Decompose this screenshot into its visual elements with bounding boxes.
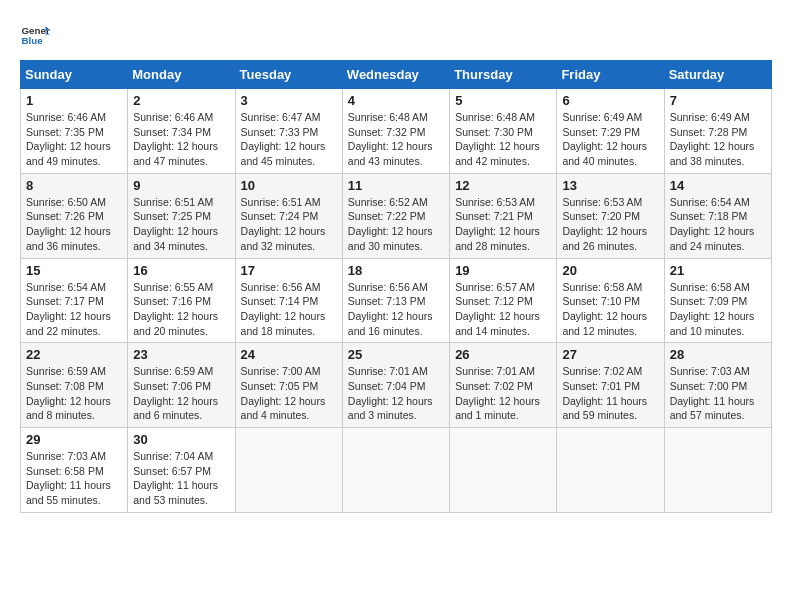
calendar-table: SundayMondayTuesdayWednesdayThursdayFrid… bbox=[20, 60, 772, 513]
calendar-header-row: SundayMondayTuesdayWednesdayThursdayFrid… bbox=[21, 61, 772, 89]
day-info: Sunrise: 7:00 AM Sunset: 7:05 PM Dayligh… bbox=[241, 364, 337, 423]
logo-icon: General Blue bbox=[20, 20, 50, 50]
day-info: Sunrise: 7:01 AM Sunset: 7:04 PM Dayligh… bbox=[348, 364, 444, 423]
calendar-day-cell: 1Sunrise: 6:46 AM Sunset: 7:35 PM Daylig… bbox=[21, 89, 128, 174]
calendar-week-row: 29Sunrise: 7:03 AM Sunset: 6:58 PM Dayli… bbox=[21, 428, 772, 513]
day-info: Sunrise: 6:55 AM Sunset: 7:16 PM Dayligh… bbox=[133, 280, 229, 339]
day-info: Sunrise: 6:49 AM Sunset: 7:28 PM Dayligh… bbox=[670, 110, 766, 169]
day-info: Sunrise: 6:48 AM Sunset: 7:30 PM Dayligh… bbox=[455, 110, 551, 169]
day-number: 9 bbox=[133, 178, 229, 193]
day-info: Sunrise: 6:53 AM Sunset: 7:21 PM Dayligh… bbox=[455, 195, 551, 254]
day-info: Sunrise: 6:54 AM Sunset: 7:17 PM Dayligh… bbox=[26, 280, 122, 339]
day-info: Sunrise: 6:48 AM Sunset: 7:32 PM Dayligh… bbox=[348, 110, 444, 169]
day-number: 22 bbox=[26, 347, 122, 362]
day-info: Sunrise: 6:46 AM Sunset: 7:34 PM Dayligh… bbox=[133, 110, 229, 169]
day-info: Sunrise: 7:04 AM Sunset: 6:57 PM Dayligh… bbox=[133, 449, 229, 508]
calendar-day-cell: 18Sunrise: 6:56 AM Sunset: 7:13 PM Dayli… bbox=[342, 258, 449, 343]
day-number: 8 bbox=[26, 178, 122, 193]
calendar-day-cell: 5Sunrise: 6:48 AM Sunset: 7:30 PM Daylig… bbox=[450, 89, 557, 174]
calendar-day-cell bbox=[557, 428, 664, 513]
calendar-week-row: 22Sunrise: 6:59 AM Sunset: 7:08 PM Dayli… bbox=[21, 343, 772, 428]
calendar-day-cell: 11Sunrise: 6:52 AM Sunset: 7:22 PM Dayli… bbox=[342, 173, 449, 258]
day-number: 5 bbox=[455, 93, 551, 108]
day-number: 4 bbox=[348, 93, 444, 108]
day-info: Sunrise: 6:59 AM Sunset: 7:06 PM Dayligh… bbox=[133, 364, 229, 423]
day-number: 17 bbox=[241, 263, 337, 278]
calendar-day-cell: 27Sunrise: 7:02 AM Sunset: 7:01 PM Dayli… bbox=[557, 343, 664, 428]
calendar-day-header: Tuesday bbox=[235, 61, 342, 89]
calendar-day-cell: 10Sunrise: 6:51 AM Sunset: 7:24 PM Dayli… bbox=[235, 173, 342, 258]
day-number: 16 bbox=[133, 263, 229, 278]
day-number: 12 bbox=[455, 178, 551, 193]
day-number: 29 bbox=[26, 432, 122, 447]
day-number: 19 bbox=[455, 263, 551, 278]
day-number: 14 bbox=[670, 178, 766, 193]
day-number: 13 bbox=[562, 178, 658, 193]
svg-text:Blue: Blue bbox=[22, 35, 44, 46]
day-number: 24 bbox=[241, 347, 337, 362]
day-info: Sunrise: 6:46 AM Sunset: 7:35 PM Dayligh… bbox=[26, 110, 122, 169]
day-info: Sunrise: 6:47 AM Sunset: 7:33 PM Dayligh… bbox=[241, 110, 337, 169]
calendar-body: 1Sunrise: 6:46 AM Sunset: 7:35 PM Daylig… bbox=[21, 89, 772, 513]
calendar-day-header: Saturday bbox=[664, 61, 771, 89]
day-info: Sunrise: 6:56 AM Sunset: 7:14 PM Dayligh… bbox=[241, 280, 337, 339]
day-number: 21 bbox=[670, 263, 766, 278]
calendar-week-row: 8Sunrise: 6:50 AM Sunset: 7:26 PM Daylig… bbox=[21, 173, 772, 258]
calendar-week-row: 1Sunrise: 6:46 AM Sunset: 7:35 PM Daylig… bbox=[21, 89, 772, 174]
day-info: Sunrise: 6:54 AM Sunset: 7:18 PM Dayligh… bbox=[670, 195, 766, 254]
day-info: Sunrise: 7:01 AM Sunset: 7:02 PM Dayligh… bbox=[455, 364, 551, 423]
day-info: Sunrise: 6:51 AM Sunset: 7:24 PM Dayligh… bbox=[241, 195, 337, 254]
day-number: 27 bbox=[562, 347, 658, 362]
day-info: Sunrise: 6:56 AM Sunset: 7:13 PM Dayligh… bbox=[348, 280, 444, 339]
calendar-day-cell: 25Sunrise: 7:01 AM Sunset: 7:04 PM Dayli… bbox=[342, 343, 449, 428]
calendar-day-cell bbox=[450, 428, 557, 513]
day-number: 30 bbox=[133, 432, 229, 447]
day-info: Sunrise: 6:51 AM Sunset: 7:25 PM Dayligh… bbox=[133, 195, 229, 254]
calendar-day-cell: 12Sunrise: 6:53 AM Sunset: 7:21 PM Dayli… bbox=[450, 173, 557, 258]
calendar-day-cell: 7Sunrise: 6:49 AM Sunset: 7:28 PM Daylig… bbox=[664, 89, 771, 174]
calendar-day-cell bbox=[235, 428, 342, 513]
day-number: 6 bbox=[562, 93, 658, 108]
day-number: 10 bbox=[241, 178, 337, 193]
day-info: Sunrise: 6:53 AM Sunset: 7:20 PM Dayligh… bbox=[562, 195, 658, 254]
calendar-day-cell: 16Sunrise: 6:55 AM Sunset: 7:16 PM Dayli… bbox=[128, 258, 235, 343]
calendar-day-cell: 29Sunrise: 7:03 AM Sunset: 6:58 PM Dayli… bbox=[21, 428, 128, 513]
day-info: Sunrise: 6:59 AM Sunset: 7:08 PM Dayligh… bbox=[26, 364, 122, 423]
calendar-day-cell: 20Sunrise: 6:58 AM Sunset: 7:10 PM Dayli… bbox=[557, 258, 664, 343]
calendar-day-cell: 2Sunrise: 6:46 AM Sunset: 7:34 PM Daylig… bbox=[128, 89, 235, 174]
day-info: Sunrise: 7:03 AM Sunset: 7:00 PM Dayligh… bbox=[670, 364, 766, 423]
calendar-week-row: 15Sunrise: 6:54 AM Sunset: 7:17 PM Dayli… bbox=[21, 258, 772, 343]
calendar-day-cell: 23Sunrise: 6:59 AM Sunset: 7:06 PM Dayli… bbox=[128, 343, 235, 428]
calendar-day-cell bbox=[342, 428, 449, 513]
calendar-day-cell: 24Sunrise: 7:00 AM Sunset: 7:05 PM Dayli… bbox=[235, 343, 342, 428]
day-number: 18 bbox=[348, 263, 444, 278]
day-number: 7 bbox=[670, 93, 766, 108]
calendar-day-header: Monday bbox=[128, 61, 235, 89]
calendar-day-cell: 15Sunrise: 6:54 AM Sunset: 7:17 PM Dayli… bbox=[21, 258, 128, 343]
calendar-day-cell: 4Sunrise: 6:48 AM Sunset: 7:32 PM Daylig… bbox=[342, 89, 449, 174]
day-info: Sunrise: 6:52 AM Sunset: 7:22 PM Dayligh… bbox=[348, 195, 444, 254]
day-number: 25 bbox=[348, 347, 444, 362]
calendar-day-cell: 30Sunrise: 7:04 AM Sunset: 6:57 PM Dayli… bbox=[128, 428, 235, 513]
day-info: Sunrise: 6:57 AM Sunset: 7:12 PM Dayligh… bbox=[455, 280, 551, 339]
day-number: 3 bbox=[241, 93, 337, 108]
calendar-day-cell: 22Sunrise: 6:59 AM Sunset: 7:08 PM Dayli… bbox=[21, 343, 128, 428]
calendar-day-cell: 14Sunrise: 6:54 AM Sunset: 7:18 PM Dayli… bbox=[664, 173, 771, 258]
calendar-day-cell: 9Sunrise: 6:51 AM Sunset: 7:25 PM Daylig… bbox=[128, 173, 235, 258]
day-info: Sunrise: 7:02 AM Sunset: 7:01 PM Dayligh… bbox=[562, 364, 658, 423]
calendar-day-cell: 19Sunrise: 6:57 AM Sunset: 7:12 PM Dayli… bbox=[450, 258, 557, 343]
calendar-day-header: Friday bbox=[557, 61, 664, 89]
day-number: 23 bbox=[133, 347, 229, 362]
calendar-day-cell: 8Sunrise: 6:50 AM Sunset: 7:26 PM Daylig… bbox=[21, 173, 128, 258]
logo: General Blue bbox=[20, 20, 50, 50]
day-info: Sunrise: 6:50 AM Sunset: 7:26 PM Dayligh… bbox=[26, 195, 122, 254]
day-number: 28 bbox=[670, 347, 766, 362]
calendar-day-cell: 6Sunrise: 6:49 AM Sunset: 7:29 PM Daylig… bbox=[557, 89, 664, 174]
day-number: 26 bbox=[455, 347, 551, 362]
day-number: 11 bbox=[348, 178, 444, 193]
day-number: 1 bbox=[26, 93, 122, 108]
calendar-day-cell: 26Sunrise: 7:01 AM Sunset: 7:02 PM Dayli… bbox=[450, 343, 557, 428]
calendar-day-cell: 17Sunrise: 6:56 AM Sunset: 7:14 PM Dayli… bbox=[235, 258, 342, 343]
day-info: Sunrise: 7:03 AM Sunset: 6:58 PM Dayligh… bbox=[26, 449, 122, 508]
day-number: 2 bbox=[133, 93, 229, 108]
